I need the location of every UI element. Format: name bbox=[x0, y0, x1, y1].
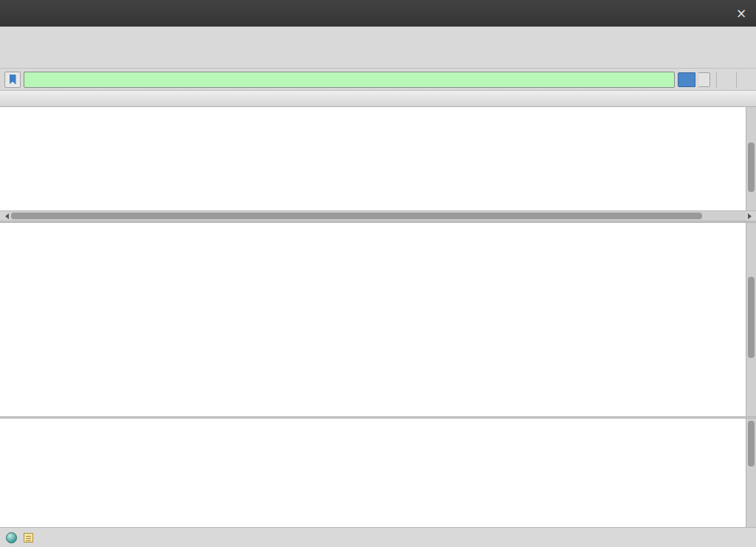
titlebar[interactable] bbox=[0, 0, 756, 27]
filter-dropdown-icon[interactable] bbox=[698, 72, 710, 87]
menu-bar bbox=[0, 27, 756, 44]
bookmark-icon bbox=[10, 75, 16, 85]
filter-bar bbox=[0, 69, 756, 91]
close-icon[interactable] bbox=[734, 6, 749, 21]
packet-list-hscrollbar[interactable] bbox=[0, 210, 756, 221]
details-scrollbar[interactable] bbox=[746, 223, 756, 416]
scrollbar-thumb[interactable] bbox=[748, 277, 755, 358]
packet-bytes-pane bbox=[0, 419, 756, 527]
packet-list-header bbox=[0, 91, 756, 107]
hscroll-thumb[interactable] bbox=[11, 213, 702, 219]
main-toolbar bbox=[0, 44, 756, 69]
filter-bookmark-button[interactable] bbox=[4, 72, 21, 88]
scroll-left-icon[interactable] bbox=[0, 211, 10, 221]
scrollbar-thumb[interactable] bbox=[748, 421, 755, 467]
bytes-scrollbar[interactable] bbox=[746, 419, 756, 527]
apply-filter-button[interactable] bbox=[678, 72, 695, 87]
packet-list bbox=[0, 91, 756, 221]
scrollbar-thumb[interactable] bbox=[748, 142, 755, 192]
expression-button[interactable] bbox=[716, 72, 733, 88]
status-bar bbox=[0, 527, 756, 547]
expert-info-icon[interactable] bbox=[6, 532, 17, 543]
scroll-right-icon[interactable] bbox=[746, 211, 756, 221]
packet-details-pane bbox=[0, 223, 756, 416]
packet-list-scrollbar[interactable] bbox=[746, 107, 756, 210]
add-filter-button[interactable] bbox=[736, 72, 752, 88]
capture-comment-icon[interactable] bbox=[24, 533, 33, 543]
packet-list-rows bbox=[0, 107, 756, 210]
wireshark-window bbox=[0, 0, 756, 547]
hscroll-track[interactable] bbox=[10, 211, 746, 221]
display-filter-input[interactable] bbox=[24, 72, 675, 88]
